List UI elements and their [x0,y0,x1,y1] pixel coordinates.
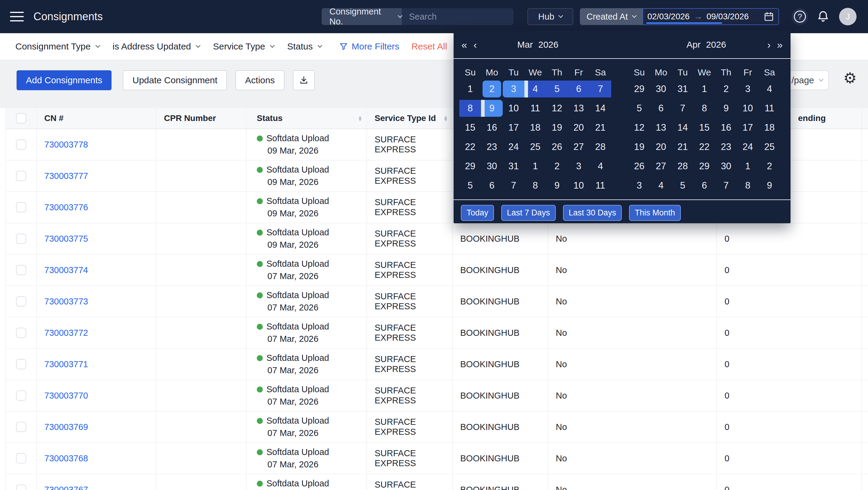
calendar-day[interactable]: 10 [568,176,590,195]
column-header-status[interactable]: Status▲▼ [247,108,367,128]
cn-number-link[interactable]: 730003767 [44,485,88,490]
calendar-day[interactable]: 18 [524,118,546,137]
calendar-day[interactable]: 14 [590,99,611,118]
calendar-day[interactable]: 28 [672,156,693,176]
calendar-day[interactable]: 11 [524,99,546,118]
row-checkbox[interactable] [16,391,26,401]
calendar-day[interactable]: 11 [758,99,780,118]
row-checkbox[interactable] [16,296,26,307]
row-checkbox[interactable] [16,265,26,275]
calendar-day[interactable]: 26 [546,137,568,156]
calendar-day[interactable]: 17 [737,118,758,137]
calendar-day[interactable]: 29 [459,156,481,176]
calendar-day[interactable]: 16 [481,118,503,137]
calendar-day[interactable]: 10 [503,99,524,118]
calendar-day[interactable]: 26 [628,156,650,176]
help-icon[interactable]: ? [792,8,808,25]
download-button[interactable] [293,70,315,90]
calendar-day[interactable]: 7 [715,176,737,195]
calendar-day[interactable]: 5 [546,79,568,99]
calendar-day[interactable]: 25 [758,137,780,156]
cn-number-link[interactable]: 730003776 [44,202,88,212]
cn-number-link[interactable]: 730003769 [44,422,88,432]
cn-number-link[interactable]: 730003774 [44,265,88,275]
column-header-service-type-id[interactable]: Service Type Id▲▼ [367,108,453,128]
cn-number-link[interactable]: 730003771 [44,359,88,369]
date-range-picker[interactable]: 02/03/2026 → 09/03/2026 [643,8,779,25]
calendar-day[interactable]: 22 [693,137,715,156]
next-year-icon[interactable]: » [777,30,783,59]
date-from-input[interactable]: 02/03/2026 [647,12,689,22]
menu-icon[interactable] [10,12,24,22]
calendar-day[interactable]: 7 [503,176,524,195]
calendar-day[interactable]: 31 [672,79,693,99]
calendar-day[interactable]: 29 [628,79,650,99]
calendar-day[interactable]: 30 [481,156,503,176]
quick-last-30-days[interactable]: Last 30 Days [563,205,622,221]
calendar-day[interactable]: 24 [737,137,758,156]
cn-number-link[interactable]: 730003778 [44,140,88,150]
calendar-day[interactable]: 19 [546,118,568,137]
calendar-day[interactable]: 2 [546,156,568,176]
calendar-day[interactable]: 3 [503,79,524,99]
calendar-day[interactable]: 4 [524,79,546,99]
add-consignments-button[interactable]: Add Consignments [17,70,112,90]
row-checkbox[interactable] [16,359,26,369]
calendar-day[interactable]: 13 [650,118,672,137]
calendar-day[interactable]: 2 [758,156,780,176]
calendar-day[interactable]: 6 [693,176,715,195]
calendar-day[interactable]: 8 [459,99,481,118]
calendar-day[interactable]: 23 [481,137,503,156]
calendar-day[interactable]: 9 [758,176,780,195]
update-consignment-button[interactable]: Update Consignment [123,70,227,90]
calendar-day[interactable]: 31 [503,156,524,176]
filter-status[interactable]: Status [287,41,321,52]
calendar-day[interactable]: 3 [628,176,650,195]
next-month-icon[interactable]: › [767,30,771,59]
calendar-day[interactable]: 6 [650,99,672,118]
row-checkbox[interactable] [16,202,26,212]
calendar-day[interactable]: 22 [459,137,481,156]
quick-this-month[interactable]: This Month [629,205,681,221]
calendar-day[interactable]: 4 [650,176,672,195]
calendar-day[interactable]: 10 [737,99,758,118]
cn-number-link[interactable]: 730003768 [44,454,88,463]
filter-consignment-type[interactable]: Consignment Type [16,41,99,52]
calendar-day[interactable]: 2 [715,79,737,99]
select-all-checkbox[interactable] [16,113,26,123]
row-checkbox[interactable] [16,485,26,490]
calendar-day[interactable]: 5 [459,176,481,195]
calendar-day[interactable]: 9 [481,99,503,118]
created-at-dropdown[interactable]: Created At [580,8,643,25]
filter-service-type[interactable]: Service Type [213,41,274,52]
calendar-day[interactable]: 21 [672,137,693,156]
calendar-day[interactable]: 7 [590,79,611,99]
calendar-day[interactable]: 28 [590,137,611,156]
reset-all-button[interactable]: Reset All [411,41,447,52]
sort-icon[interactable]: ▲▼ [443,116,448,121]
cn-number-link[interactable]: 730003775 [44,234,88,244]
calendar-day[interactable]: 20 [650,137,672,156]
calendar-day[interactable]: 19 [628,137,650,156]
calendar-icon[interactable] [764,11,774,22]
calendar-day[interactable]: 15 [459,118,481,137]
calendar-day[interactable]: 4 [758,79,780,99]
calendar-day[interactable]: 15 [693,118,715,137]
calendar-day[interactable]: 27 [568,137,590,156]
calendar-day[interactable]: 18 [758,118,780,137]
calendar-day[interactable]: 9 [546,176,568,195]
row-checkbox[interactable] [16,171,26,181]
calendar-day[interactable]: 7 [672,99,693,118]
date-to-input[interactable]: 09/03/2026 [707,12,749,22]
calendar-day[interactable]: 1 [737,156,758,176]
calendar-day[interactable]: 6 [568,79,590,99]
search-category-dropdown[interactable]: Consignment No. [321,8,402,25]
cn-number-link[interactable]: 730003770 [44,391,88,401]
filter-is-address-updated[interactable]: is Address Updated [113,41,200,52]
calendar-day[interactable]: 24 [503,137,524,156]
calendar-day[interactable]: 25 [524,137,546,156]
calendar-day[interactable]: 8 [693,99,715,118]
search-input[interactable] [402,8,514,25]
calendar-day[interactable]: 1 [459,79,481,99]
calendar-day[interactable]: 1 [524,156,546,176]
